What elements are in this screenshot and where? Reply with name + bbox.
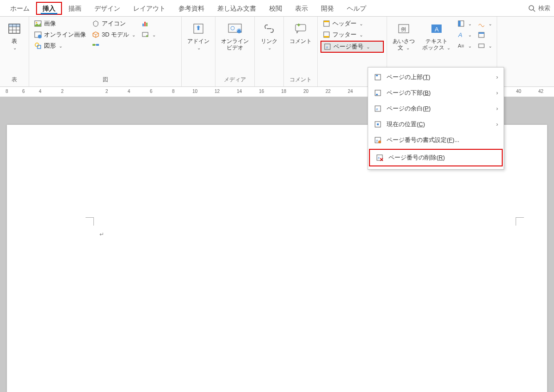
menu-remove-page-numbers[interactable]: # ページ番号の削除(R) — [369, 149, 503, 166]
svg-rect-42 — [458, 21, 461, 26]
object-button[interactable]: ⌄ — [475, 41, 494, 51]
greeting-button[interactable]: 例 あいさつ 文 ⌄ — [390, 18, 418, 53]
tab-developer[interactable]: 開発 — [314, 2, 340, 15]
link-button[interactable]: リンク⌄ — [258, 18, 281, 53]
quickparts-icon — [457, 19, 465, 28]
chart-button[interactable] — [139, 18, 158, 29]
quickparts-button[interactable]: ⌄ — [455, 18, 474, 29]
svg-point-22 — [146, 35, 148, 37]
svg-text:A: A — [435, 26, 439, 33]
signature-button[interactable]: ⌄ — [475, 18, 494, 29]
svg-text:A: A — [458, 31, 462, 38]
addins-button[interactable]: アドイン⌄ — [185, 18, 212, 53]
group-label-media: メディア — [218, 74, 252, 86]
shapes-button[interactable]: 図形⌄ — [32, 41, 88, 51]
header-button[interactable]: ヘッダー⌄ — [320, 18, 384, 29]
svg-point-27 — [237, 29, 241, 33]
datetime-button[interactable] — [475, 30, 494, 40]
icons-icon — [92, 19, 100, 28]
group-label-illustrations: 図 — [32, 74, 179, 86]
page-top-icon — [374, 73, 382, 81]
page-bottom-icon — [374, 89, 382, 97]
header-icon — [322, 19, 331, 28]
addins-icon — [190, 20, 207, 37]
online-video-button[interactable]: オンライン ビデオ — [218, 18, 252, 53]
page-margin-icon: # — [374, 104, 382, 113]
online-pictures-button[interactable]: オンライン画像 — [32, 30, 88, 40]
svg-rect-28 — [295, 24, 306, 31]
tab-design[interactable]: デザイン — [88, 2, 127, 15]
remove-icon: # — [375, 153, 384, 162]
ribbon-tabs: ホーム 挿入 描画 デザイン レイアウト 参考資料 差し込み文書 校閲 表示 開… — [0, 0, 554, 17]
icons-button[interactable]: アイコン — [90, 18, 137, 29]
svg-rect-46 — [479, 32, 484, 34]
picture-icon — [34, 19, 42, 28]
footer-button[interactable]: フッター⌄ — [320, 30, 384, 40]
page-number-button[interactable]: # ページ番号⌄ — [320, 41, 384, 53]
svg-rect-18 — [142, 24, 144, 26]
search-box[interactable]: 検索 — [528, 4, 550, 12]
svg-rect-34 — [324, 36, 329, 37]
svg-point-12 — [35, 43, 39, 47]
menu-page-bottom[interactable]: ページの下部(B) › — [368, 85, 504, 101]
pictures-button[interactable]: 画像 — [32, 18, 88, 29]
tab-draw[interactable]: 描画 — [62, 2, 88, 15]
group-label-comments: コメント — [287, 74, 314, 86]
tab-layout[interactable]: レイアウト — [127, 2, 172, 15]
dropcap-button[interactable]: A≡⌄ — [455, 41, 474, 51]
screenshot-button[interactable]: ⌄ — [139, 30, 158, 40]
current-position-icon — [374, 120, 382, 129]
group-label-tables: 表 — [3, 74, 26, 86]
svg-rect-49 — [376, 75, 378, 76]
chevron-right-icon: › — [496, 105, 498, 112]
textbox-icon: A — [428, 20, 445, 37]
menu-current-position[interactable]: 現在の位置(C) › — [368, 116, 504, 132]
chevron-down-icon: ⌄ — [13, 45, 17, 50]
page-number-icon: # — [323, 43, 332, 51]
svg-point-0 — [529, 6, 534, 10]
search-icon — [528, 5, 536, 12]
svg-text:#: # — [376, 107, 378, 111]
svg-text:例: 例 — [401, 26, 406, 32]
tab-home[interactable]: ホーム — [4, 2, 36, 15]
svg-text:#: # — [378, 156, 380, 159]
comment-button[interactable]: コメント — [287, 18, 314, 46]
smartart-icon — [92, 42, 100, 50]
svg-rect-19 — [144, 22, 146, 26]
svg-point-9 — [36, 22, 37, 24]
menu-format-page-numbers[interactable]: # ページ番号の書式設定(F)... — [368, 132, 504, 148]
paragraph-mark: ↵ — [99, 231, 104, 238]
group-links: リンク⌄ — [255, 17, 284, 86]
tab-review[interactable]: 校閲 — [263, 2, 289, 15]
group-media: オンライン ビデオ メディア — [215, 17, 255, 86]
datetime-icon — [477, 31, 486, 39]
group-comments: コメント コメント — [284, 17, 318, 86]
comment-icon — [292, 20, 309, 37]
online-picture-icon — [34, 31, 42, 39]
group-label-addins — [185, 82, 212, 86]
tab-insert[interactable]: 挿入 — [36, 2, 62, 15]
svg-line-1 — [533, 10, 535, 12]
menu-page-margins[interactable]: # ページの余白(P) › — [368, 101, 504, 116]
svg-rect-7 — [9, 24, 20, 27]
shapes-icon — [34, 42, 42, 50]
screenshot-icon — [141, 31, 149, 39]
table-button[interactable]: 表⌄ — [3, 18, 26, 53]
tab-help[interactable]: ヘルプ — [340, 2, 373, 15]
format-icon: # — [374, 136, 382, 144]
smartart-button[interactable] — [90, 41, 137, 51]
3d-models-button[interactable]: 3D モデル⌄ — [90, 30, 137, 40]
signature-icon — [477, 19, 486, 28]
textbox-button[interactable]: A テキスト ボックス ⌄ — [419, 18, 453, 53]
tab-mailings[interactable]: 差し込み文書 — [211, 2, 263, 15]
link-icon — [261, 20, 277, 37]
menu-page-top[interactable]: ページの上部(T) › — [368, 69, 504, 85]
table-icon — [6, 20, 23, 37]
margin-marker-top-left — [86, 217, 94, 226]
svg-rect-16 — [92, 44, 95, 46]
chart-icon — [141, 19, 149, 28]
tab-references[interactable]: 参考資料 — [172, 2, 211, 15]
svg-rect-51 — [376, 94, 378, 95]
tab-view[interactable]: 表示 — [289, 2, 314, 15]
wordart-button[interactable]: A⌄ — [455, 30, 474, 40]
